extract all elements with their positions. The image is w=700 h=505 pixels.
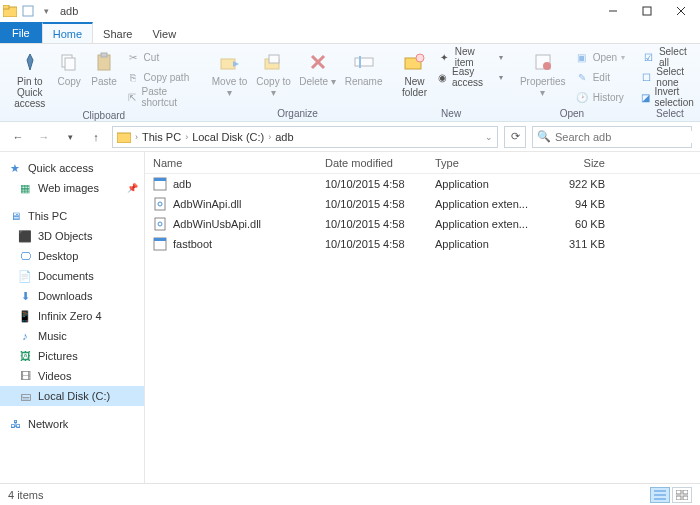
minimize-button[interactable] — [596, 0, 630, 22]
svg-rect-8 — [65, 58, 75, 70]
paste-button[interactable]: Paste — [89, 46, 120, 87]
folder-icon — [117, 131, 131, 143]
column-type[interactable]: Type — [435, 157, 545, 169]
navigation-pane: ★Quick access ▦Web images📌 🖥This PC ⬛3D … — [0, 152, 145, 483]
copy-to-button[interactable]: Copy to ▾ — [254, 46, 294, 98]
file-row[interactable]: adb10/10/2015 4:58Application922 KB — [145, 174, 700, 194]
svg-rect-36 — [676, 496, 681, 500]
nav-quick-access[interactable]: ★Quick access — [0, 158, 144, 178]
column-name[interactable]: Name — [145, 157, 325, 169]
refresh-button[interactable]: ⟳ — [504, 126, 526, 148]
search-input[interactable] — [555, 131, 693, 143]
file-row[interactable]: AdbWinApi.dll10/10/2015 4:58Application … — [145, 194, 700, 214]
select-all-icon: ☑ — [641, 50, 655, 64]
downloads-icon: ⬇ — [18, 289, 32, 303]
nav-desktop[interactable]: 🖵Desktop — [0, 246, 144, 266]
tab-share[interactable]: Share — [93, 22, 142, 43]
copy-icon — [55, 50, 83, 74]
file-size: 922 KB — [545, 178, 615, 190]
disk-icon: 🖴 — [18, 389, 32, 403]
invert-selection-button[interactable]: ◪Invert selection — [639, 88, 700, 106]
file-date: 10/10/2015 4:58 — [325, 198, 435, 210]
nav-documents[interactable]: 📄Documents — [0, 266, 144, 286]
close-button[interactable] — [664, 0, 698, 22]
nav-3d-objects[interactable]: ⬛3D Objects — [0, 226, 144, 246]
pin-icon: 📌 — [127, 183, 138, 193]
address-bar[interactable]: › This PC › Local Disk (C:) › adb ⌄ — [112, 126, 498, 148]
svg-rect-1 — [3, 5, 9, 9]
nav-network[interactable]: 🖧Network — [0, 414, 144, 434]
file-row[interactable]: AdbWinUsbApi.dll10/10/2015 4:58Applicati… — [145, 214, 700, 234]
copy-path-button[interactable]: ⎘Copy path — [124, 68, 198, 86]
copy-to-icon — [260, 50, 288, 74]
tab-home[interactable]: Home — [42, 22, 93, 43]
file-icon — [153, 217, 167, 231]
delete-button[interactable]: Delete ▾ — [298, 46, 338, 87]
column-date[interactable]: Date modified — [325, 157, 435, 169]
easy-access-button[interactable]: ◉Easy access ▾ — [435, 68, 504, 86]
svg-rect-2 — [23, 6, 33, 16]
edit-button[interactable]: ✎Edit — [573, 68, 627, 86]
properties-button[interactable]: Properties ▾ — [517, 46, 569, 98]
svg-rect-35 — [683, 490, 688, 494]
recent-locations-button[interactable]: ▾ — [60, 127, 80, 147]
nav-music[interactable]: ♪Music — [0, 326, 144, 346]
cut-button[interactable]: ✂Cut — [124, 48, 198, 66]
maximize-button[interactable] — [630, 0, 664, 22]
new-item-button[interactable]: ✦New item ▾ — [435, 48, 504, 66]
pin-icon — [16, 50, 44, 74]
tab-file[interactable]: File — [0, 22, 42, 43]
copy-button[interactable]: Copy — [54, 46, 85, 87]
pin-to-quick-access-button[interactable]: Pin to Quick access — [10, 46, 50, 109]
details-view-button[interactable] — [650, 487, 670, 503]
new-folder-button[interactable]: New folder — [398, 46, 432, 98]
qat-item-icon[interactable] — [20, 3, 36, 19]
qat-dropdown-icon[interactable]: ▾ — [38, 3, 54, 19]
address-dropdown-icon[interactable]: ⌄ — [485, 132, 493, 142]
file-row[interactable]: fastboot10/10/2015 4:58Application311 KB — [145, 234, 700, 254]
nav-pictures[interactable]: 🖼Pictures — [0, 346, 144, 366]
svg-point-19 — [416, 54, 424, 62]
forward-button[interactable]: → — [34, 127, 54, 147]
invert-icon: ◪ — [641, 90, 650, 104]
folder-icon — [2, 3, 18, 19]
ribbon-tabs: File Home Share View — [0, 22, 700, 44]
up-button[interactable]: ↑ — [86, 127, 106, 147]
rename-button[interactable]: Rename — [342, 46, 386, 87]
nav-local-disk[interactable]: 🖴Local Disk (C:) — [0, 386, 144, 406]
move-to-button[interactable]: Move to ▾ — [210, 46, 250, 98]
file-type: Application exten... — [435, 198, 545, 210]
column-size[interactable]: Size — [545, 157, 615, 169]
file-icon — [153, 197, 167, 211]
nav-videos[interactable]: 🎞Videos — [0, 366, 144, 386]
file-icon — [153, 177, 167, 191]
nav-web-images[interactable]: ▦Web images📌 — [0, 178, 144, 198]
open-button[interactable]: ▣Open ▾ — [573, 48, 627, 66]
history-icon: 🕑 — [575, 90, 589, 104]
paste-icon — [90, 50, 118, 74]
search-box[interactable]: 🔍 — [532, 126, 692, 148]
nav-infinix[interactable]: 📱Infinix Zero 4 — [0, 306, 144, 326]
pc-icon: 🖥 — [8, 209, 22, 223]
paste-shortcut-button[interactable]: ⇱Paste shortcut — [124, 88, 198, 106]
nav-downloads[interactable]: ⬇Downloads — [0, 286, 144, 306]
videos-icon: 🎞 — [18, 369, 32, 383]
crumb-drive[interactable]: Local Disk (C:) — [192, 131, 264, 143]
select-none-icon: ☐ — [641, 70, 652, 84]
svg-rect-13 — [269, 55, 279, 63]
thumbnails-view-button[interactable] — [672, 487, 692, 503]
status-bar: 4 items — [0, 483, 700, 505]
crumb-this-pc[interactable]: This PC — [142, 131, 181, 143]
crumb-folder[interactable]: adb — [275, 131, 293, 143]
file-date: 10/10/2015 4:58 — [325, 218, 435, 230]
copy-path-icon: ⎘ — [126, 70, 140, 84]
open-icon: ▣ — [575, 50, 589, 64]
tab-view[interactable]: View — [142, 22, 186, 43]
svg-rect-16 — [355, 58, 373, 66]
select-all-button[interactable]: ☑Select all — [639, 48, 700, 66]
select-none-button[interactable]: ☐Select none — [639, 68, 700, 86]
history-button[interactable]: 🕑History — [573, 88, 627, 106]
back-button[interactable]: ← — [8, 127, 28, 147]
column-headers: Name Date modified Type Size — [145, 152, 700, 174]
nav-this-pc[interactable]: 🖥This PC — [0, 206, 144, 226]
